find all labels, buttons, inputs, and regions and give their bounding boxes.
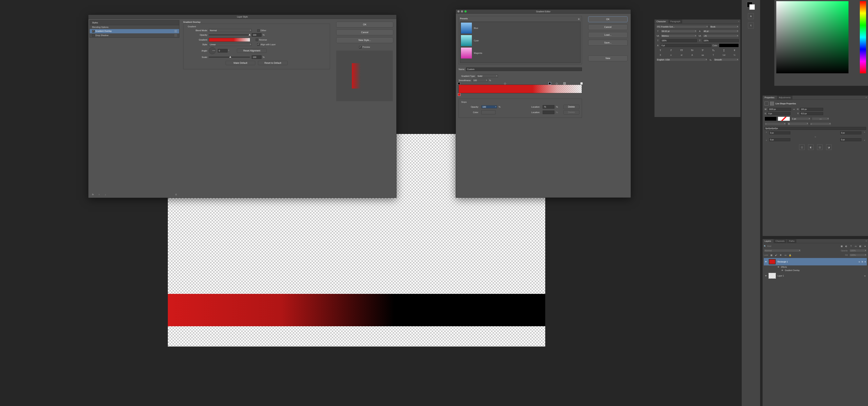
corner-tr-input[interactable]: [840, 131, 861, 134]
ot-A-icon[interactable]: A: [690, 53, 694, 57]
window-minimize-icon[interactable]: [461, 10, 463, 12]
leading-input[interactable]: 48 pt: [703, 30, 739, 33]
stroke-caps-select[interactable]: ⊏: [787, 122, 809, 125]
filter-toggle-icon[interactable]: ●: [863, 244, 867, 248]
reset-alignment-button[interactable]: Reset Alignment: [237, 48, 267, 53]
font-family-select[interactable]: ITC Franklin Got...: [656, 25, 708, 28]
make-default-button[interactable]: Make Default: [225, 61, 255, 65]
filter-smart-icon[interactable]: ◧: [859, 244, 862, 248]
dither-checkbox[interactable]: [257, 29, 260, 32]
drop-shadow-checkbox[interactable]: [92, 34, 95, 37]
char-panel-icon[interactable]: A: [748, 13, 754, 19]
panel-menu-icon[interactable]: ≡: [865, 96, 868, 99]
blend-mode-select[interactable]: Normal: [209, 29, 252, 32]
collapse-icon[interactable]: »: [737, 20, 740, 23]
ge-cancel-button[interactable]: Cancel: [588, 24, 628, 30]
expand-icon[interactable]: ▾: [865, 261, 866, 263]
add-effect-icon[interactable]: +: [175, 34, 177, 36]
filter-adj-icon[interactable]: ◐: [845, 244, 848, 248]
tab-character[interactable]: Character: [654, 20, 668, 24]
delete-opacity-stop-button[interactable]: Delete: [563, 105, 579, 109]
tab-layers[interactable]: Layers: [763, 239, 773, 243]
window-close-icon[interactable]: [457, 10, 460, 12]
corner-br-input[interactable]: [840, 138, 861, 141]
gradient-overlay-checkbox[interactable]: [92, 30, 95, 33]
antialias-select[interactable]: Smooth: [713, 58, 739, 61]
height-input[interactable]: [800, 108, 823, 111]
ot-T-icon[interactable]: T: [712, 53, 715, 57]
gradient-name-input[interactable]: [466, 67, 582, 71]
up-arrow-icon[interactable]: ↑: [97, 193, 101, 196]
cancel-button[interactable]: Cancel: [336, 29, 393, 35]
vscale-input[interactable]: [661, 39, 697, 42]
para-panel-icon[interactable]: ¶: [748, 23, 754, 29]
filter-kind-label[interactable]: Kind: [767, 245, 771, 247]
filter-pixel-icon[interactable]: ▦: [840, 244, 843, 248]
ot-fi-icon[interactable]: fi: [659, 53, 662, 57]
fx-icon[interactable]: fx: [862, 261, 863, 263]
style-gradient-overlay[interactable]: Gradient Overlay +: [90, 29, 179, 33]
angle-dial[interactable]: [209, 47, 216, 54]
ot-half-icon[interactable]: ½: [733, 53, 736, 57]
preview-checkbox[interactable]: [359, 46, 362, 48]
color-field[interactable]: [776, 1, 848, 73]
preset-blue[interactable]: Blue: [460, 22, 580, 34]
scale-slider[interactable]: [209, 57, 250, 58]
link-icon[interactable]: ∞: [864, 275, 866, 277]
gradient-type-select[interactable]: Solid: [476, 74, 498, 78]
tab-paths[interactable]: Paths: [787, 239, 796, 243]
layer-effects[interactable]: 👁 Effects: [764, 265, 867, 269]
layer-rectangle-1[interactable]: 👁 Rectangle 1 ∞ fx ▾: [764, 258, 867, 265]
subscript-icon[interactable]: T₁: [712, 48, 715, 52]
visibility-icon[interactable]: 👁: [765, 261, 767, 263]
stop-opacity-input[interactable]: 100: [482, 105, 497, 108]
align-checkbox[interactable]: [257, 43, 260, 46]
superscript-icon[interactable]: T¹: [701, 48, 705, 52]
opacity-stop-selected[interactable]: [549, 82, 551, 84]
text-color-swatch[interactable]: [719, 43, 739, 47]
reset-default-button[interactable]: Reset to Default: [258, 61, 288, 65]
tab-channels[interactable]: Channels: [774, 239, 786, 243]
ge-save-button[interactable]: Save...: [588, 40, 628, 46]
font-size-input[interactable]: 59.52 pt: [661, 30, 697, 33]
stroke-width-select[interactable]: 1 px: [791, 117, 811, 120]
layer-layer-1[interactable]: 👁 Layer 1 ∞: [764, 272, 867, 279]
corner-tl-input[interactable]: [769, 131, 790, 134]
style-drop-shadow[interactable]: Drop Shadow +: [90, 33, 179, 38]
stroke-align-select[interactable]: ▫: [765, 122, 786, 125]
filter-shape-icon[interactable]: ▭: [854, 244, 858, 248]
stroke-corners-select[interactable]: ⌐: [810, 122, 831, 125]
pathop-exclude-icon[interactable]: ◪: [826, 144, 832, 150]
ok-button[interactable]: OK: [336, 22, 393, 28]
swatch-icon[interactable]: [747, 2, 755, 10]
underline-icon[interactable]: T: [722, 48, 726, 52]
y-input[interactable]: [800, 112, 823, 115]
smallcaps-icon[interactable]: Tᴛ: [690, 48, 694, 52]
angle-input[interactable]: [218, 49, 227, 53]
font-weight-select[interactable]: Book: [710, 25, 739, 28]
corners-summary-input[interactable]: [765, 127, 866, 130]
preset-magenta[interactable]: Magenta: [460, 47, 580, 59]
x-input[interactable]: [768, 112, 790, 115]
fx-icon[interactable]: fx: [91, 193, 95, 196]
visibility-icon[interactable]: 👁: [765, 275, 767, 277]
kerning-select[interactable]: Metrics: [661, 34, 697, 37]
faux-bold-icon[interactable]: T: [659, 48, 662, 52]
tab-adjustments[interactable]: Adjustments: [777, 96, 793, 99]
smoothness-input[interactable]: 100: [472, 79, 488, 82]
ot-ad-icon[interactable]: aa: [701, 53, 705, 57]
allcaps-icon[interactable]: TT: [680, 48, 683, 52]
ot-st-icon[interactable]: st: [680, 53, 683, 57]
lock-pos-icon[interactable]: ✥: [779, 253, 782, 257]
faux-italic-icon[interactable]: T: [669, 48, 673, 52]
reverse-checkbox[interactable]: [256, 39, 258, 41]
tracking-input[interactable]: -25: [703, 34, 739, 37]
style-blending-options[interactable]: Blending Options: [90, 25, 179, 29]
style-select[interactable]: Linear: [209, 43, 252, 46]
language-select[interactable]: English: USA: [656, 58, 708, 61]
window-zoom-icon[interactable]: [464, 10, 467, 12]
lock-paint-icon[interactable]: 🖌: [774, 253, 778, 257]
ot-1st-icon[interactable]: 1st: [722, 53, 726, 57]
lock-nest-icon[interactable]: ▭: [784, 253, 787, 257]
fill-swatch[interactable]: [765, 116, 777, 121]
